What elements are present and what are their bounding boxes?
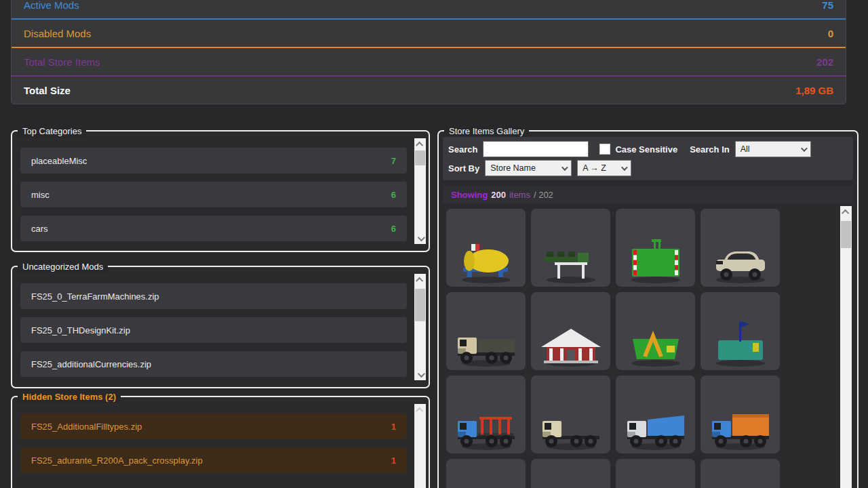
green-skip-icon [620,309,691,369]
hidden-items-scrollbar[interactable] [414,404,426,488]
military-truck-icon [451,309,521,369]
hidden-store-items-title: Hidden Store Items (2) [18,390,121,403]
stat-value: 1,89 GB [795,85,833,96]
stat-value: 202 [816,56,833,68]
empty-tile-icon [451,476,521,488]
sort-by-value: Store Name [490,163,536,173]
uncategorized-scrollbar[interactable] [414,274,426,380]
list-item[interactable]: FS25_0_TerraFarmMachines.zip [20,283,407,309]
list-item[interactable]: placeableMisc7 [20,148,407,174]
empty-tile-icon [536,476,606,488]
list-item[interactable]: cars6 [20,216,407,241]
scroll-up-icon[interactable] [414,138,426,150]
green-cultivator-icon [536,226,606,285]
scroll-down-icon[interactable] [414,232,426,244]
empty-tile-icon [705,476,776,488]
scroll-up-icon[interactable] [414,404,426,415]
uncategorized-mods-list: FS25_0_TerraFarmMachines.zipFS25_0_THDes… [20,283,407,385]
search-input[interactable] [483,141,589,157]
list-item-label: FS25_adurante_R200A_pack_crossplay.zip [31,455,203,466]
gallery-item-blue-grain-truck[interactable] [701,375,780,453]
empty-tile-icon [620,476,691,488]
farm-building-icon [536,309,606,369]
stat-row[interactable]: Active Mods75 [12,0,846,20]
sort-order-value: A → Z [583,163,606,173]
sort-by-dropdown[interactable]: Store Name [485,160,572,176]
scroll-up-icon[interactable] [840,206,852,218]
stat-row[interactable]: Total Store Items202 [12,48,846,77]
sort-order-dropdown[interactable]: A → Z [577,160,631,176]
top-categories-list: placeableMisc7misc6cars6 [20,148,407,249]
gallery-item-empty-tile[interactable] [531,459,610,488]
white-dump-truck-icon [620,392,691,452]
list-item-label: FS25_0_THDesignKit.zip [31,325,130,336]
stat-label: Disabled Mods [24,28,91,39]
gallery-item-blue-log-truck[interactable] [446,375,526,453]
scrollbar-thumb[interactable] [841,221,851,248]
stat-row[interactable]: Total Size1,89 GB [12,77,846,104]
gallery-item-empty-tile[interactable] [446,459,526,488]
list-item-count: 1 [391,455,396,466]
store-items-gallery-title: Store Items Gallery [444,125,529,138]
chevron-down-icon [561,164,568,171]
gallery-item-teal-dumpster[interactable] [701,292,780,370]
chevron-down-icon [801,145,808,152]
gallery-item-white-suv[interactable] [701,209,780,287]
showing-items-word: items [509,190,530,200]
gallery-item-empty-tile[interactable] [616,459,695,488]
gallery-item-green-container[interactable] [616,209,695,287]
showing-count: 200 [491,190,506,200]
gallery-item-military-truck[interactable] [446,292,526,370]
scroll-up-icon[interactable] [414,274,426,285]
list-item[interactable]: FS25_0_THDesignKit.zip [20,317,407,343]
gallery-item-white-dump-truck[interactable] [616,375,695,453]
stat-label: Total Size [24,85,71,96]
blue-grain-truck-icon [705,392,776,452]
top-categories-panel: Top Categories placeableMisc7misc6cars6 [11,130,430,252]
results-count-bar: Showing 200 items / 202 [443,186,853,203]
list-item[interactable]: FS25_additionalCurrencies.zip [20,351,407,377]
gallery-toolbar: Search Case Sensitive Search In All Sort… [443,137,853,180]
list-item[interactable]: FS25_adurante_R200A_pack_crossplay.zip1 [20,447,407,473]
list-item-count: 7 [391,156,396,166]
gallery-item-farm-building[interactable] [531,292,610,370]
top-categories-title: Top Categories [18,125,86,138]
scroll-down-icon[interactable] [414,369,426,380]
case-sensitive-label: Case Sensitive [615,144,677,155]
stats-panel: Active Mods75Disabled Mods0Total Store I… [11,0,846,104]
list-item[interactable]: FS25_AdditionalFilltypes.zip1 [20,413,407,439]
green-container-icon [620,226,691,285]
scrollbar-thumb[interactable] [415,289,425,321]
search-label: Search [448,144,477,155]
uncategorized-mods-panel: Uncategorized Mods FS25_0_TerraFarmMachi… [11,266,430,388]
list-item-count: 6 [391,224,396,234]
list-item-label: cars [31,224,48,234]
list-item-count: 1 [391,422,396,432]
hidden-store-items-panel: Hidden Store Items (2) FS25_AdditionalFi… [11,396,430,488]
gallery-item-yellow-sprayer[interactable] [446,209,526,287]
list-item[interactable]: misc6 [20,182,407,207]
blue-log-truck-icon [451,392,521,452]
stat-row[interactable]: Disabled Mods0 [12,20,846,48]
gallery-item-empty-tile[interactable] [701,459,780,488]
app-window: { "stats": { "rows": [ {"label": "Active… [0,0,868,488]
teal-dumpster-icon [705,309,776,369]
scrollbar-thumb[interactable] [415,150,425,165]
gallery-scrollbar[interactable] [840,206,852,488]
list-item-label: FS25_additionalCurrencies.zip [31,359,151,369]
gallery-item-green-cultivator[interactable] [531,209,610,287]
list-item-label: placeableMisc [31,156,87,166]
gallery-item-green-skip[interactable] [616,292,695,370]
top-categories-scrollbar[interactable] [414,138,426,244]
list-item-label: FS25_AdditionalFilltypes.zip [31,422,142,432]
white-suv-icon [705,226,776,285]
case-sensitive-checkbox[interactable] [599,144,610,155]
chevron-down-icon [621,164,628,171]
search-in-value: All [741,144,750,154]
gallery-item-beige-truck[interactable] [531,375,610,453]
stat-value: 0 [828,28,833,39]
search-in-dropdown[interactable]: All [735,141,811,157]
list-item-label: FS25_0_TerraFarmMachines.zip [31,291,159,302]
yellow-sprayer-icon [451,226,521,285]
hidden-store-items-list: FS25_AdditionalFilltypes.zip1FS25_aduran… [20,413,407,481]
